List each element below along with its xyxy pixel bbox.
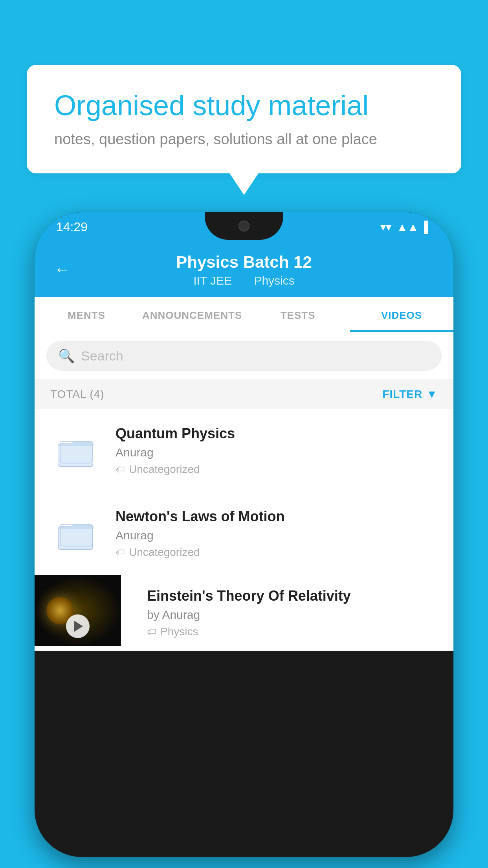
video-info-3: Einstein's Theory Of Relativity Anurag 🏷… — [135, 575, 453, 651]
video-tag-text-3: Physics — [160, 625, 198, 638]
video-author-1: Anurag — [116, 446, 438, 459]
search-icon: 🔍 — [58, 348, 75, 364]
status-icons: ▾▾ ▲▲ ▌ — [380, 221, 432, 234]
signal-icon: ▲▲ — [397, 221, 418, 234]
video-list: Quantum Physics Anurag 🏷 Uncategorized — [35, 409, 453, 651]
header-subtitle-left: IIT JEE — [193, 274, 232, 287]
filter-row: TOTAL (4) FILTER ▼ — [35, 379, 453, 409]
search-bar[interactable]: 🔍 Search — [46, 341, 442, 371]
video-title-1: Quantum Physics — [116, 425, 438, 442]
total-count: TOTAL (4) — [50, 388, 105, 401]
filter-button[interactable]: FILTER ▼ — [382, 388, 438, 401]
search-placeholder: Search — [81, 348, 123, 364]
search-bar-container: 🔍 Search — [35, 332, 453, 379]
speech-bubble-card: Organised study material notes, question… — [27, 65, 461, 173]
tab-announcements[interactable]: ANNOUNCEMENTS — [138, 297, 246, 332]
play-triangle-icon — [74, 621, 83, 632]
video-tag-text-2: Uncategorized — [129, 546, 200, 559]
app-header: ← Physics Batch 12 IIT JEE Physics — [35, 242, 453, 297]
wifi-icon: ▾▾ — [380, 221, 391, 234]
status-bar: 14:29 ▾▾ ▲▲ ▌ — [35, 212, 453, 242]
thumb-image — [35, 575, 121, 646]
video-tag-3: 🏷 Physics — [147, 625, 442, 638]
tab-tests[interactable]: TESTS — [246, 297, 350, 332]
back-button[interactable]: ← — [54, 261, 70, 278]
video-item[interactable]: Newton's Laws of Motion Anurag 🏷 Uncateg… — [35, 492, 453, 575]
folder-icon — [56, 516, 95, 551]
phone-device: 14:29 ▾▾ ▲▲ ▌ ← Physics Batch 12 IIT JEE… — [35, 212, 453, 857]
speech-bubble-section: Organised study material notes, question… — [27, 65, 461, 173]
video-tag-text-1: Uncategorized — [129, 463, 200, 476]
tag-icon: 🏷 — [116, 547, 125, 558]
svg-rect-1 — [58, 444, 93, 465]
status-time: 14:29 — [56, 220, 88, 234]
video-tag-1: 🏷 Uncategorized — [116, 463, 438, 476]
tag-icon: 🏷 — [116, 464, 125, 475]
battery-icon: ▌ — [424, 221, 432, 234]
video-info-1: Quantum Physics Anurag 🏷 Uncategorized — [116, 425, 438, 476]
video-item[interactable]: Quantum Physics Anurag 🏷 Uncategorized — [35, 409, 453, 492]
phone-notch — [205, 212, 283, 240]
tab-ments[interactable]: MENTS — [35, 297, 138, 332]
header-subtitle: IIT JEE Physics — [189, 274, 299, 287]
folder-icon — [56, 433, 95, 468]
video-thumbnail-1 — [50, 425, 101, 476]
video-thumbnail-2 — [50, 508, 101, 559]
header-title: Physics Batch 12 — [176, 253, 312, 272]
video-author-2: Anurag — [116, 529, 438, 542]
screen-content: 🔍 Search TOTAL (4) FILTER ▼ — [35, 332, 453, 651]
video-title-3: Einstein's Theory Of Relativity — [147, 588, 442, 604]
video-title-2: Newton's Laws of Motion — [116, 508, 438, 525]
filter-funnel-icon: ▼ — [426, 388, 438, 401]
tag-icon: 🏷 — [147, 626, 156, 637]
tab-bar: MENTS ANNOUNCEMENTS TESTS VIDEOS — [35, 297, 453, 332]
video-item[interactable]: Einstein's Theory Of Relativity Anurag 🏷… — [35, 575, 453, 651]
header-subtitle-right: Physics — [254, 274, 294, 287]
video-author-3: Anurag — [147, 608, 442, 622]
bubble-subtitle: notes, question papers, solutions all at… — [54, 131, 434, 148]
tab-videos[interactable]: VIDEOS — [350, 297, 453, 332]
camera-dot — [238, 221, 250, 232]
filter-label: FILTER — [382, 388, 422, 401]
video-tag-2: 🏷 Uncategorized — [116, 546, 438, 559]
play-button[interactable] — [66, 614, 90, 638]
bubble-title: Organised study material — [54, 88, 434, 122]
video-info-2: Newton's Laws of Motion Anurag 🏷 Uncateg… — [116, 508, 438, 559]
video-thumbnail-3 — [35, 575, 121, 646]
